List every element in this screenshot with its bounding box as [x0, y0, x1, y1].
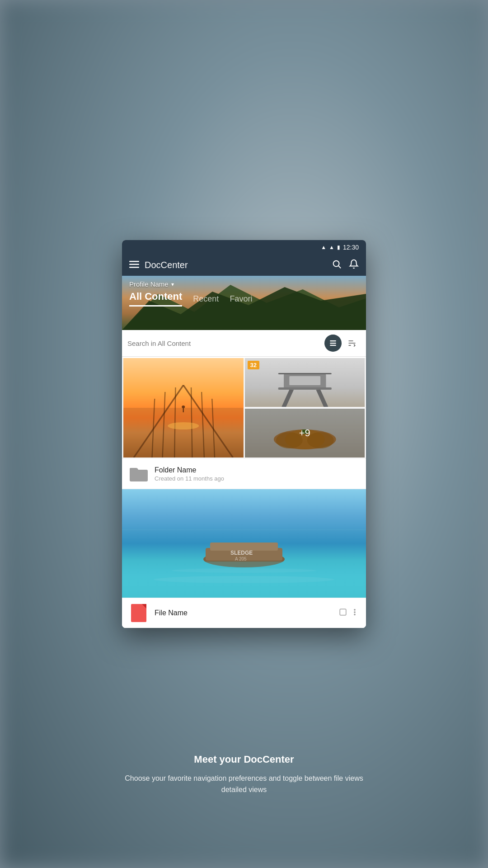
photo-overlay: +9 [245, 409, 365, 458]
profile-name: Profile Name [129, 280, 169, 288]
search-input[interactable] [127, 340, 324, 347]
header-left: DocCenter [129, 260, 188, 270]
svg-point-25 [182, 406, 185, 408]
photo-grid: 32 [123, 358, 365, 458]
chevron-down-icon: ▾ [171, 281, 174, 288]
svg-rect-50 [122, 561, 366, 598]
notification-icon[interactable] [349, 259, 359, 271]
svg-point-54 [354, 614, 355, 615]
status-icons: ▲ ▲ ▮ 12:30 [321, 244, 359, 251]
svg-point-24 [168, 422, 199, 429]
content-area: 32 [122, 358, 366, 628]
svg-point-53 [354, 611, 355, 612]
file-actions [339, 608, 359, 618]
svg-rect-0 [129, 261, 139, 262]
svg-rect-33 [278, 373, 331, 374]
file-icon [129, 604, 148, 623]
status-bar: ▲ ▲ ▮ 12:30 [122, 240, 366, 255]
hero-area: Profile Name ▾ All Content Recent Favori [122, 276, 366, 330]
phone-frame: ▲ ▲ ▮ 12:30 DocCenter [122, 240, 366, 628]
photo-lifeguard[interactable]: 32 [245, 358, 365, 407]
svg-rect-51 [340, 609, 346, 615]
search-controls [324, 335, 361, 352]
svg-text:A 205: A 205 [235, 557, 247, 561]
svg-rect-9 [330, 343, 336, 344]
meet-description: Choose your favorite navigation preferen… [117, 773, 371, 796]
app-header: DocCenter [122, 255, 366, 276]
svg-rect-40 [130, 470, 148, 481]
bottom-section: Meet your DocCenter Choose your favorite… [117, 754, 371, 796]
menu-icon[interactable] [129, 260, 139, 270]
sort-button[interactable] [343, 335, 361, 352]
svg-rect-10 [330, 345, 336, 346]
folder-icon [129, 464, 148, 483]
profile-name-row[interactable]: Profile Name ▾ [129, 280, 359, 288]
svg-rect-15 [123, 408, 244, 458]
tabs-row: All Content Recent Favori [129, 291, 359, 307]
tab-all-content[interactable]: All Content [129, 291, 182, 307]
file-more-icon[interactable] [351, 608, 359, 618]
wifi-icon: ▲ [321, 244, 326, 250]
hero-content: Profile Name ▾ All Content Recent Favori [122, 276, 366, 307]
folder-info: Folder Name Created on 11 months ago [155, 466, 359, 482]
photo-pumpkin[interactable]: +9 [245, 409, 365, 458]
file-name: File Name [155, 609, 188, 617]
status-time: 12:30 [343, 244, 359, 251]
tab-favorites[interactable]: Favori [230, 294, 252, 307]
list-view-button[interactable] [324, 335, 342, 352]
photo-boat[interactable]: SLEDGE A 205 [122, 489, 366, 598]
signal-icon: ▲ [329, 244, 334, 250]
file-item[interactable]: File Name [122, 598, 366, 628]
folder-date: Created on 11 months ago [155, 475, 359, 482]
meet-title: Meet your DocCenter [117, 754, 371, 765]
overlay-count-text: +9 [299, 427, 310, 439]
folder-name: Folder Name [155, 466, 359, 474]
svg-point-3 [333, 261, 339, 267]
photo-pier[interactable] [123, 358, 244, 458]
file-share-icon[interactable] [339, 608, 347, 618]
folder-item[interactable]: Folder Name Created on 11 months ago [122, 459, 366, 489]
search-icon[interactable] [332, 259, 342, 271]
tab-recent[interactable]: Recent [193, 294, 219, 307]
photo-badge: 32 [248, 361, 259, 369]
header-right [332, 259, 359, 271]
app-title: DocCenter [145, 260, 188, 270]
svg-line-4 [338, 266, 341, 268]
svg-rect-1 [129, 264, 139, 265]
svg-rect-2 [129, 267, 139, 268]
search-area [122, 330, 366, 357]
svg-rect-8 [330, 340, 336, 341]
battery-icon: ▮ [337, 244, 340, 250]
svg-text:SLEDGE: SLEDGE [230, 550, 253, 556]
svg-rect-32 [289, 376, 320, 385]
svg-point-52 [354, 609, 355, 610]
svg-rect-29 [278, 387, 331, 390]
